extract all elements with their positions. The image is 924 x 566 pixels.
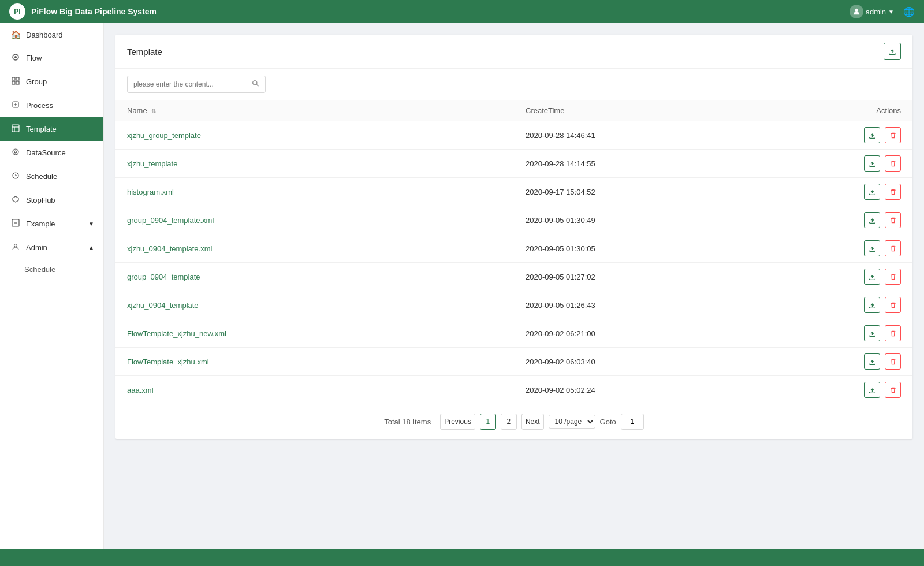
sidebar-item-schedule[interactable]: Schedule bbox=[0, 165, 103, 188]
total-items-label: Total 18 Items bbox=[384, 418, 431, 426]
action-upload-button[interactable] bbox=[864, 325, 880, 341]
sidebar-item-example[interactable]: Example ▼ bbox=[0, 212, 103, 236]
action-delete-button[interactable] bbox=[885, 269, 901, 285]
sidebar-sub-item-schedule[interactable]: Schedule bbox=[0, 259, 103, 280]
sidebar-label-flow: Flow bbox=[26, 54, 42, 62]
cell-name: histogram.xml bbox=[116, 178, 514, 206]
datasource-icon bbox=[11, 148, 20, 158]
cell-name: xjzhu_template bbox=[116, 150, 514, 178]
sidebar-item-datasource[interactable]: DataSource bbox=[0, 141, 103, 165]
table-header-row: Name ⇅ CreateTime Actions bbox=[116, 100, 912, 121]
action-delete-button[interactable] bbox=[885, 184, 901, 200]
goto-input[interactable] bbox=[621, 414, 644, 430]
page-2-button[interactable]: 2 bbox=[501, 414, 517, 430]
action-upload-button[interactable] bbox=[864, 297, 880, 313]
table-row: group_0904_template 2020-09-05 01:27:02 bbox=[116, 263, 912, 291]
main-layout: 🏠 Dashboard Flow Group Process Templa bbox=[0, 23, 924, 549]
sidebar-label-stophub: StopHub bbox=[26, 196, 55, 204]
cell-actions bbox=[793, 348, 912, 376]
cell-createtime: 2020-09-28 14:46:41 bbox=[514, 121, 793, 150]
sidebar-label-dashboard: Dashboard bbox=[26, 31, 63, 39]
action-upload-button[interactable] bbox=[864, 212, 880, 228]
action-upload-button[interactable] bbox=[864, 240, 880, 256]
sidebar-label-schedule: Schedule bbox=[26, 172, 57, 181]
previous-page-button[interactable]: Previous bbox=[440, 414, 475, 430]
sidebar-item-stophub[interactable]: StopHub bbox=[0, 188, 103, 212]
bottom-bar bbox=[0, 549, 924, 566]
cell-createtime: 2020-09-05 01:30:49 bbox=[514, 206, 793, 234]
cell-actions bbox=[793, 121, 912, 150]
action-upload-button[interactable] bbox=[864, 184, 880, 200]
page-1-button[interactable]: 1 bbox=[480, 414, 496, 430]
svg-rect-6 bbox=[16, 81, 19, 84]
action-delete-button[interactable] bbox=[885, 297, 901, 313]
sidebar-label-datasource: DataSource bbox=[26, 148, 66, 157]
sidebar-item-flow[interactable]: Flow bbox=[0, 46, 103, 70]
col-header-createtime: CreateTime bbox=[514, 100, 793, 121]
app-logo: PI bbox=[9, 3, 25, 20]
search-button[interactable] bbox=[246, 76, 265, 92]
group-icon bbox=[11, 77, 20, 87]
example-arrow-icon: ▼ bbox=[88, 221, 94, 227]
admin-icon bbox=[11, 243, 20, 252]
sidebar-sub-label-schedule: Schedule bbox=[24, 265, 55, 274]
cell-createtime: 2020-09-17 15:04:52 bbox=[514, 178, 793, 206]
sidebar-label-group: Group bbox=[26, 77, 47, 86]
cell-name: FlowTemplate_xjzhu.xml bbox=[116, 348, 514, 376]
action-upload-button[interactable] bbox=[864, 269, 880, 285]
action-upload-button[interactable] bbox=[864, 155, 880, 172]
panel-title: Template bbox=[127, 47, 162, 57]
cell-createtime: 2020-09-05 01:27:02 bbox=[514, 263, 793, 291]
top-nav: PI PiFlow Big Data Pipeline System admin… bbox=[0, 0, 924, 23]
svg-point-13 bbox=[13, 149, 18, 155]
panel-header: Template bbox=[116, 35, 912, 69]
panel-toolbar bbox=[116, 69, 912, 100]
table-row: group_0904_template.xml 2020-09-05 01:30… bbox=[116, 206, 912, 234]
globe-icon[interactable]: 🌐 bbox=[903, 6, 915, 17]
cell-actions bbox=[793, 319, 912, 348]
cell-createtime: 2020-09-02 05:02:24 bbox=[514, 376, 793, 404]
template-panel: Template bbox=[116, 35, 912, 439]
action-upload-button[interactable] bbox=[864, 382, 880, 398]
action-delete-button[interactable] bbox=[885, 212, 901, 228]
action-delete-button[interactable] bbox=[885, 240, 901, 256]
action-upload-button[interactable] bbox=[864, 353, 880, 370]
sidebar-item-group[interactable]: Group bbox=[0, 70, 103, 94]
app-logo-area: PI PiFlow Big Data Pipeline System bbox=[9, 3, 157, 20]
action-delete-button[interactable] bbox=[885, 382, 901, 398]
cell-actions bbox=[793, 263, 912, 291]
cell-actions bbox=[793, 150, 912, 178]
table-row: FlowTemplate_xjzhu_new.xml 2020-09-02 06… bbox=[116, 319, 912, 348]
admin-menu-button[interactable]: admin ▼ bbox=[850, 5, 894, 18]
pagination-bar: Total 18 Items Previous 1 2 Next 10 /pag… bbox=[116, 404, 912, 439]
goto-label: Goto bbox=[600, 418, 616, 426]
cell-actions bbox=[793, 234, 912, 263]
per-page-select[interactable]: 10 /page 20 /page 50 /page bbox=[549, 415, 595, 429]
table-row: xjzhu_0904_template.xml 2020-09-05 01:30… bbox=[116, 234, 912, 263]
svg-point-0 bbox=[855, 9, 858, 12]
sidebar-item-dashboard[interactable]: 🏠 Dashboard bbox=[0, 23, 103, 46]
next-page-button[interactable]: Next bbox=[521, 414, 544, 430]
action-delete-button[interactable] bbox=[885, 127, 901, 143]
sidebar-item-template[interactable]: Template bbox=[0, 117, 103, 141]
action-upload-button[interactable] bbox=[864, 127, 880, 143]
table-body: xjzhu_group_template 2020-09-28 14:46:41… bbox=[116, 121, 912, 404]
name-sort-icon: ⇅ bbox=[151, 108, 156, 114]
cell-name: aaa.xml bbox=[116, 376, 514, 404]
cell-name: group_0904_template bbox=[116, 263, 514, 291]
sidebar-item-admin[interactable]: Admin ▲ bbox=[0, 236, 103, 259]
search-input[interactable] bbox=[128, 77, 246, 92]
sidebar-item-process[interactable]: Process bbox=[0, 94, 103, 117]
action-delete-button[interactable] bbox=[885, 325, 901, 341]
col-header-name[interactable]: Name ⇅ bbox=[116, 100, 514, 121]
action-delete-button[interactable] bbox=[885, 353, 901, 370]
search-box bbox=[127, 76, 266, 93]
sidebar-label-admin: Admin bbox=[26, 243, 47, 252]
sidebar-label-process: Process bbox=[26, 101, 53, 110]
template-icon bbox=[11, 124, 20, 134]
example-icon bbox=[11, 219, 20, 229]
action-delete-button[interactable] bbox=[885, 155, 901, 172]
cell-createtime: 2020-09-02 06:03:40 bbox=[514, 348, 793, 376]
upload-button[interactable] bbox=[884, 43, 901, 60]
table-row: xjzhu_group_template 2020-09-28 14:46:41 bbox=[116, 121, 912, 150]
